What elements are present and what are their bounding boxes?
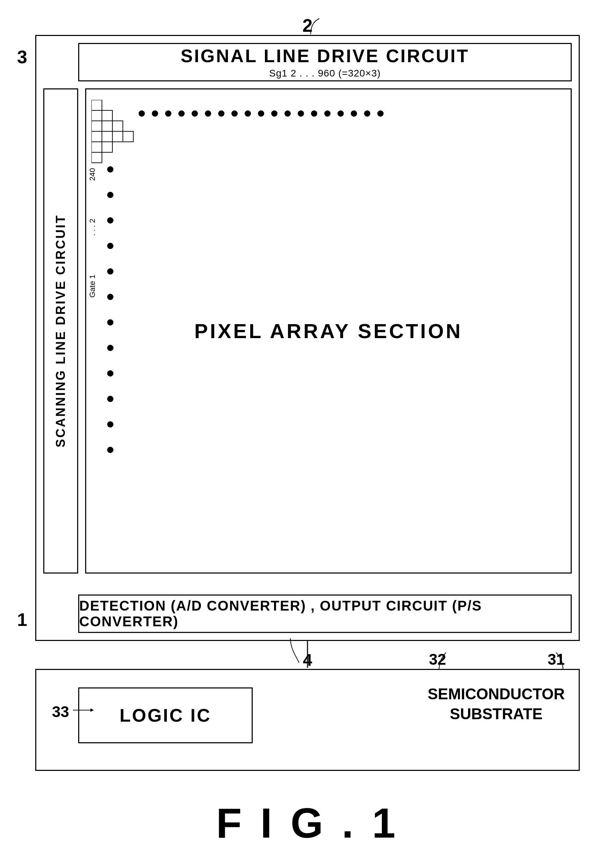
dot-h-6 — [205, 110, 211, 117]
dot-v-7 — [107, 319, 114, 325]
logic-ic-box: LOGIC IC — [78, 687, 253, 743]
signal-line-title: SIGNAL LINE DRIVE CIRCUIT — [181, 45, 469, 66]
dot-h-4 — [178, 110, 185, 117]
dot-v-2 — [107, 192, 114, 198]
dot-h-2 — [152, 110, 158, 117]
svg-rect-10 — [91, 142, 102, 152]
label-33: 33 — [52, 703, 69, 721]
pixel-grid-svg — [91, 100, 137, 170]
dot-h-12 — [284, 110, 291, 117]
svg-rect-9 — [123, 131, 133, 142]
dot-h-8 — [231, 110, 238, 117]
dot-v-8 — [107, 345, 114, 351]
connect-line-vertical — [307, 640, 308, 668]
svg-rect-7 — [102, 131, 112, 142]
dot-h-3 — [165, 110, 172, 117]
svg-rect-5 — [112, 121, 123, 131]
fig-caption: F I G . 1 — [216, 799, 399, 847]
gate-label-240: 240 — [88, 168, 97, 181]
scanning-line-text: SCANNING LINE DRIVE CIRCUIT — [53, 214, 68, 447]
svg-rect-6 — [91, 131, 102, 142]
svg-rect-0 — [91, 100, 102, 110]
dot-v-5 — [107, 268, 114, 275]
gate-label-2: . . . 2 — [88, 219, 97, 236]
pixel-array-label: PIXEL ARRAY SECTION — [194, 319, 462, 343]
horizontal-dots-row — [139, 110, 560, 117]
dot-h-1 — [139, 110, 145, 117]
dot-h-16 — [337, 110, 344, 117]
vertical-dots-col — [107, 166, 114, 562]
scanning-line-drive-circuit-box: SCANNING LINE DRIVE CIRCUIT — [43, 88, 78, 574]
dot-h-10 — [258, 110, 264, 117]
dot-v-12 — [107, 447, 114, 453]
detection-box: DETECTION (A/D CONVERTER) , OUTPUT CIRCU… — [78, 594, 572, 633]
dot-v-10 — [107, 396, 114, 402]
label-1: 1 — [17, 609, 27, 630]
dot-h-19 — [377, 110, 384, 117]
logic-ic-label: LOGIC IC — [119, 705, 211, 726]
svg-rect-1 — [91, 110, 102, 121]
arrow-32 — [425, 651, 453, 672]
dot-h-11 — [271, 110, 278, 117]
dot-h-15 — [324, 110, 331, 117]
svg-rect-8 — [112, 131, 123, 142]
svg-rect-12 — [91, 152, 102, 163]
pixel-array-area: 240 . . . 2 Gate 1 PIXEL ARRAY SECTION — [85, 88, 572, 574]
dot-h-5 — [192, 110, 198, 117]
page: 2 3 1 SIGNAL LINE DRIVE CIRCUIT Sg1 2 . … — [0, 0, 615, 868]
dot-v-11 — [107, 421, 114, 427]
dot-h-18 — [364, 110, 370, 117]
detection-title: DETECTION (A/D CONVERTER) , OUTPUT CIRCU… — [79, 598, 571, 629]
dot-v-1 — [107, 166, 114, 172]
dot-v-3 — [107, 217, 114, 224]
dot-h-17 — [351, 110, 357, 117]
svg-rect-2 — [102, 110, 112, 121]
gate-label-1: Gate 1 — [88, 275, 97, 297]
svg-rect-4 — [102, 121, 112, 131]
svg-rect-11 — [102, 142, 112, 152]
outer-diagram-box: 2 3 1 SIGNAL LINE DRIVE CIRCUIT Sg1 2 . … — [35, 35, 580, 641]
dot-v-9 — [107, 370, 114, 377]
dot-h-14 — [311, 110, 317, 117]
arrow-2 — [297, 17, 325, 36]
dot-v-4 — [107, 243, 114, 249]
arrow-31 — [535, 651, 570, 672]
dot-h-13 — [298, 110, 304, 117]
signal-line-subtitle: Sg1 2 . . . 960 (=320×3) — [269, 68, 381, 79]
dot-h-9 — [245, 110, 251, 117]
dot-h-7 — [218, 110, 225, 117]
semiconductor-substrate-box: 31 32 SEMICONDUCTOR SUBSTRATE LOGIC IC 3… — [35, 669, 580, 771]
dot-v-6 — [107, 294, 114, 300]
label-3: 3 — [17, 47, 27, 67]
svg-rect-3 — [91, 121, 102, 131]
semiconductor-label: SEMICONDUCTOR SUBSTRATE — [428, 684, 565, 724]
svg-marker-14 — [91, 708, 94, 712]
signal-line-drive-circuit-box: SIGNAL LINE DRIVE CIRCUIT Sg1 2 . . . 96… — [78, 43, 572, 81]
arrow-33 — [73, 705, 94, 715]
